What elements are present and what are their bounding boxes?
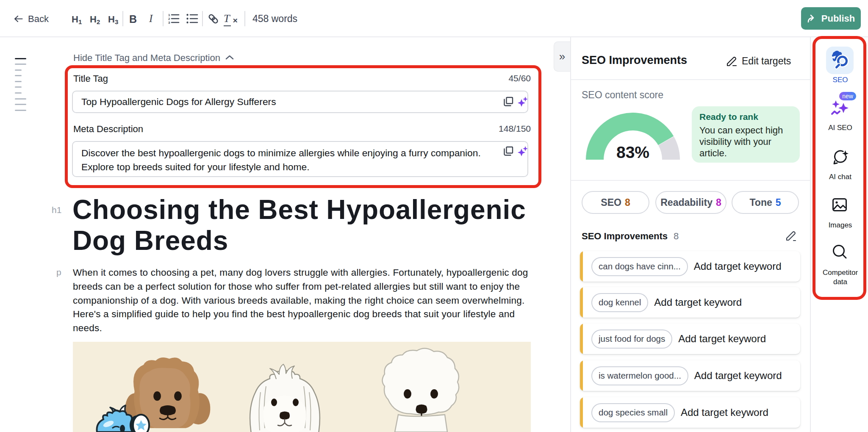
svg-text:3: 3 xyxy=(168,21,170,24)
svg-text:1: 1 xyxy=(168,13,170,17)
svg-text:2: 2 xyxy=(168,17,170,21)
